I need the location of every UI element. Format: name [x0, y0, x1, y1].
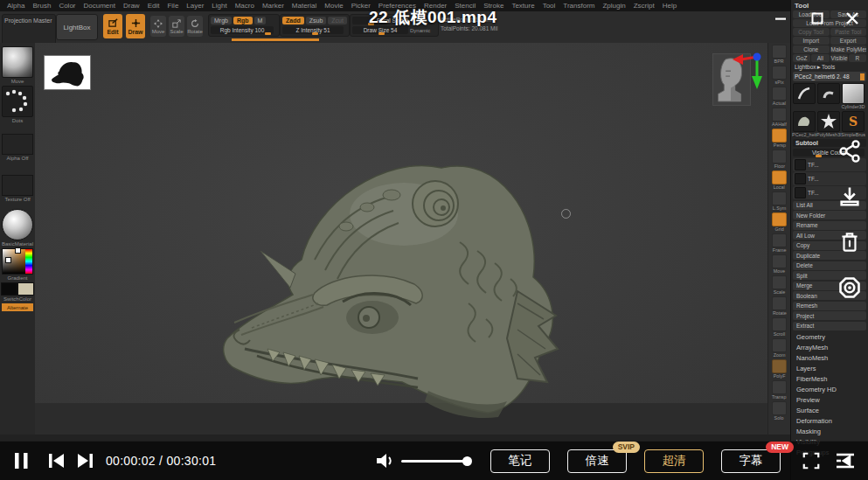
- tool-button-all[interactable]: All: [811, 54, 829, 62]
- speed-button[interactable]: 倍速 SVIP: [567, 449, 627, 473]
- volume-button[interactable]: [375, 452, 394, 470]
- previous-button[interactable]: [48, 453, 66, 469]
- mrgb-toggle[interactable]: Mrgb: [211, 17, 232, 24]
- minimize-button[interactable]: [769, 9, 792, 28]
- record-button[interactable]: [837, 275, 863, 301]
- rightshelf-polyf[interactable]: PolyF: [772, 359, 787, 379]
- rightshelf-persp[interactable]: Persp: [772, 129, 787, 148]
- lightbox-tools-row[interactable]: Lightbox►Tools: [793, 63, 866, 71]
- hue-strip[interactable]: [25, 249, 32, 274]
- volume-slider[interactable]: [401, 460, 468, 463]
- tool-button-export[interactable]: Export: [830, 37, 867, 45]
- tool-thumb-polymesh[interactable]: PolyMesh3D: [817, 111, 840, 137]
- maximize-button[interactable]: [806, 9, 829, 28]
- menu-item-help[interactable]: Help: [663, 2, 677, 10]
- tool-section-arraymesh[interactable]: ArrayMesh: [793, 342, 866, 352]
- edit-button[interactable]: Edit: [103, 14, 122, 38]
- rightshelf-transp[interactable]: Transp: [771, 380, 787, 400]
- main-color-swatch[interactable]: [1, 282, 17, 296]
- rightshelf-scroll[interactable]: Scroll: [772, 317, 787, 337]
- rightshelf-frame[interactable]: Frame: [772, 233, 787, 253]
- texture-thumbnail[interactable]: [2, 175, 33, 196]
- tool-button-clone[interactable]: Clone: [793, 45, 830, 53]
- quality-button[interactable]: 超清: [644, 449, 704, 473]
- secondary-color-swatch[interactable]: [17, 282, 34, 296]
- tool-thumb-helmet[interactable]: PCec2_helmet: [793, 111, 816, 137]
- scale-gyro-button[interactable]: Scale: [169, 16, 184, 37]
- rightshelf-solo[interactable]: Solo: [772, 401, 787, 421]
- rightshelf-scale[interactable]: Scale: [772, 275, 787, 295]
- tool-thumb-cylinder[interactable]: Cylinder3D: [842, 83, 865, 109]
- alternate-button[interactable]: Alternate: [2, 303, 33, 311]
- rightshelf-l-sym[interactable]: L.Sym: [772, 191, 787, 211]
- stroke-thumbnail[interactable]: [2, 86, 33, 117]
- menu-item-material[interactable]: Material: [292, 2, 316, 10]
- notes-button[interactable]: 笔记: [490, 449, 550, 473]
- sculpture-3d-model[interactable]: [210, 120, 559, 426]
- menu-item-transform[interactable]: Transform: [563, 2, 594, 10]
- rightshelf-grid[interactable]: Grid: [772, 212, 787, 232]
- share-button[interactable]: [837, 138, 863, 164]
- rotate-gyro-button[interactable]: Rotate: [187, 16, 203, 37]
- menu-item-tool[interactable]: Tool: [543, 2, 556, 10]
- tool-section-geometry-hd[interactable]: Geometry HD: [793, 384, 866, 394]
- menu-item-edit[interactable]: Edit: [148, 2, 160, 10]
- rightshelf-aahalf[interactable]: AAHalf: [771, 108, 788, 127]
- download-button[interactable]: [837, 184, 863, 210]
- projection-master-button[interactable]: Projection Master: [2, 14, 56, 45]
- rightshelf-move[interactable]: Move: [772, 254, 787, 274]
- tool-section-masking[interactable]: Masking: [793, 426, 866, 436]
- tool-thumb-simplebrush[interactable]: S SimpleBrush: [842, 111, 865, 137]
- fullscreen-button[interactable]: [802, 451, 821, 470]
- tool-section-geometry[interactable]: Geometry: [793, 331, 866, 342]
- menu-item-marker[interactable]: Marker: [262, 2, 284, 10]
- playlist-button[interactable]: [835, 452, 856, 470]
- tool-action-remesh[interactable]: Remesh: [793, 302, 866, 310]
- zadd-toggle[interactable]: Zadd: [282, 17, 304, 24]
- tool-thumb-brush2[interactable]: [817, 83, 840, 109]
- rgb-intensity-slider[interactable]: Rgb Intensity 100: [211, 26, 274, 34]
- rightshelf-bpr[interactable]: BPR: [772, 45, 787, 64]
- menu-item-macro[interactable]: Macro: [235, 2, 254, 10]
- tool-button-goz[interactable]: GoZ: [793, 54, 810, 62]
- menu-item-zplugin[interactable]: Zplugin: [602, 2, 625, 10]
- draw-button[interactable]: Draw: [126, 14, 145, 38]
- lightbox-button[interactable]: LightBox: [56, 14, 98, 40]
- menu-item-alpha[interactable]: Alpha: [7, 2, 24, 10]
- tool-button-visible[interactable]: Visible: [830, 54, 848, 62]
- active-tool-slider[interactable]: PCec2_helmet6 2. 48: [793, 72, 866, 81]
- rightshelf-spix[interactable]: sPix: [772, 66, 787, 85]
- zcut-toggle[interactable]: Zcut: [328, 17, 347, 24]
- m-toggle[interactable]: M: [254, 17, 267, 24]
- delete-button[interactable]: [837, 229, 863, 255]
- menu-item-light[interactable]: Light: [212, 2, 226, 10]
- menu-item-brush[interactable]: Brush: [32, 2, 51, 10]
- volume-knob[interactable]: [462, 456, 472, 466]
- tool-section-preview[interactable]: Preview: [793, 394, 866, 405]
- close-button[interactable]: [841, 9, 864, 28]
- menu-item-texture[interactable]: Texture: [511, 2, 534, 10]
- tool-section-deformation[interactable]: Deformation: [793, 415, 866, 426]
- zbrush-canvas[interactable]: [35, 43, 767, 435]
- subtitle-button[interactable]: 字幕 NEW: [721, 449, 781, 473]
- menu-item-movie[interactable]: Movie: [324, 2, 343, 10]
- tool-button-paste-tool[interactable]: Paste Tool: [830, 28, 867, 36]
- alpha-thumbnail[interactable]: [2, 134, 33, 155]
- tool-section-fibermesh[interactable]: FiberMesh: [793, 373, 866, 384]
- menu-item-color[interactable]: Color: [59, 2, 75, 10]
- z-intensity-slider[interactable]: Z Intensity 51: [282, 26, 344, 34]
- current-brush-thumbnail[interactable]: [2, 46, 33, 78]
- menu-item-picker[interactable]: Picker: [351, 2, 371, 10]
- rightshelf-local[interactable]: Local: [772, 170, 787, 190]
- tool-section-layers[interactable]: Layers: [793, 363, 866, 373]
- rightshelf-actual[interactable]: Actual: [772, 87, 787, 106]
- tool-action-extract[interactable]: Extract: [793, 322, 866, 330]
- zsub-toggle[interactable]: Zsub: [306, 17, 327, 24]
- tool-section-nanomesh[interactable]: NanoMesh: [793, 352, 866, 363]
- menu-item-file[interactable]: File: [167, 2, 178, 10]
- tool-button-make-polymesh3d[interactable]: Make PolyMesh3D: [830, 45, 867, 53]
- next-button[interactable]: [76, 453, 94, 469]
- rightshelf-zoom[interactable]: Zoom: [772, 338, 787, 358]
- tool-section-surface[interactable]: Surface: [793, 405, 866, 415]
- menu-item-document[interactable]: Document: [84, 2, 115, 10]
